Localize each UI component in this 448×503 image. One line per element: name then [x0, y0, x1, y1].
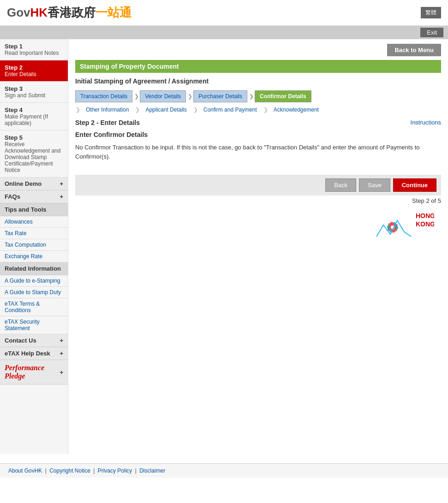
etax-help-label: eTAX Help Desk [5, 350, 50, 357]
sub-tab-applicant-details[interactable]: Applicant Details [140, 104, 191, 115]
main-content: Back to Menu Stamping of Property Docume… [68, 39, 448, 249]
message-text: No Confirmor Transaction to be input. If… [75, 143, 441, 161]
sub-tab-row: ❯ Other Information ❯ Applicant Details … [75, 104, 441, 115]
faqs-label: FAQs [5, 193, 20, 200]
sidebar-link-etax-terms[interactable]: eTAX Terms & Conditions [0, 298, 68, 316]
topbar: Exit [0, 26, 448, 39]
sidebar-step-5[interactable]: Step 5 Receive Acknowledgement and Downl… [0, 130, 68, 178]
logo-hk: HK [30, 6, 48, 19]
step-indicator: Step 2 of 5 [75, 197, 441, 204]
step1-desc: Read Important Notes [5, 50, 63, 56]
sidebar-link-etax-security[interactable]: eTAX Security Statement [0, 316, 68, 334]
continue-button[interactable]: Continue [393, 178, 436, 192]
page-title-bar: Stamping of Property Document [75, 60, 441, 73]
step3-desc: Sign and Submit [5, 92, 63, 99]
etax-help-icon: + [60, 350, 63, 357]
footer-disclaimer[interactable]: Disclaimer [139, 467, 165, 474]
step3-num: Step 3 [5, 85, 63, 92]
page-title: Stamping of Property Document [80, 63, 179, 70]
performance-pledge-label: Performance Pledge [5, 364, 60, 380]
header: GovHK香港政府一站通 繁體 [0, 0, 448, 26]
instructions-link[interactable]: Instructions [411, 119, 441, 126]
logo-chinese: 香港政府 [48, 6, 96, 19]
tips-label: Tips and Tools [5, 206, 47, 213]
button-row: Back Save Continue [75, 175, 441, 195]
layout: Step 1 Read Important Notes Step 2 Enter… [0, 39, 448, 454]
footer-privacy[interactable]: Privacy Policy [98, 467, 132, 474]
logo-highlight: 一站通 [96, 6, 131, 19]
tab-arrow-1: ❯ [134, 93, 139, 100]
tab-confirmor-details[interactable]: Confirmor Details [255, 90, 311, 102]
contact-us-icon: + [60, 337, 63, 344]
hk-logo-area: HONG KONG [75, 204, 441, 245]
step5-num: Step 5 [5, 134, 63, 141]
step4-desc: Make Payment (If applicable) [5, 113, 63, 126]
tab-vendor-details[interactable]: Vendor Details [140, 90, 186, 102]
footer-copyright[interactable]: Copyright Notice [49, 467, 90, 474]
step2-num: Step 2 [5, 64, 63, 71]
tab-arrow-3: ❯ [249, 93, 254, 100]
sidebar-link-guide-estamping[interactable]: A Guide to e-Stamping [0, 275, 68, 287]
sidebar-link-exchange-rate[interactable]: Exchange Rate [0, 251, 68, 262]
faqs-icon: + [60, 193, 63, 200]
sub-tab-confirm-payment[interactable]: Confirm and Payment [198, 104, 262, 115]
hk-brand-logo: HONG KONG [374, 209, 434, 239]
online-demo-icon: + [60, 180, 63, 187]
step4-num: Step 4 [5, 107, 63, 113]
sub-title: Initial Stamping of Agreement / Assignme… [75, 75, 441, 88]
online-demo-label: Online Demo [5, 180, 42, 187]
sidebar-link-guide-stamp-duty[interactable]: A Guide to Stamp Duty [0, 287, 68, 298]
tab-arrow-2: ❯ [188, 93, 192, 100]
sidebar-link-tax-rate[interactable]: Tax Rate [0, 228, 68, 239]
contact-us-label: Contact Us [5, 337, 36, 344]
tab-purchaser-details[interactable]: Purchaser Details [193, 90, 247, 102]
back-to-menu-row: Back to Menu [75, 44, 441, 56]
exit-button[interactable]: Exit [420, 28, 443, 37]
sidebar-step-3[interactable]: Step 3 Sign and Submit [0, 82, 68, 103]
sidebar-etax-help[interactable]: eTAX Help Desk + [0, 347, 68, 360]
step5-desc: Receive Acknowledgement and Download Sta… [5, 141, 63, 173]
sidebar-step-4[interactable]: Step 4 Make Payment (If applicable) [0, 103, 68, 130]
sidebar-contact-us[interactable]: Contact Us + [0, 334, 68, 347]
enter-confirmor-title: Enter Confirmor Details [75, 131, 441, 138]
step2-title: Step 2 - Enter Details [75, 119, 441, 126]
sidebar-related-header: Related Information [0, 262, 68, 275]
svg-text:KONG: KONG [416, 220, 434, 228]
footer: About GovHK | Copyright Notice | Privacy… [0, 463, 448, 478]
sub-tab-arrow-0: ❯ [76, 107, 80, 113]
back-to-menu-button[interactable]: Back to Menu [387, 44, 441, 56]
logo-text: GovHK香港政府一站通 [7, 6, 131, 19]
logo: GovHK香港政府一站通 [7, 5, 131, 21]
sidebar-step-1[interactable]: Step 1 Read Important Notes [0, 39, 68, 60]
svg-text:HONG: HONG [416, 212, 434, 219]
save-button[interactable]: Save [359, 178, 390, 192]
sidebar-link-allowances[interactable]: Allowances [0, 216, 68, 228]
related-label: Related Information [5, 265, 61, 272]
sidebar-performance-pledge[interactable]: Performance Pledge + [0, 360, 68, 385]
sub-tab-arrow-3: ❯ [263, 107, 268, 113]
sub-tab-arrow-1: ❯ [135, 107, 140, 113]
sub-tab-arrow-2: ❯ [193, 107, 198, 113]
sidebar-link-tax-computation[interactable]: Tax Computation [0, 239, 68, 251]
lang-button[interactable]: 繁體 [421, 7, 441, 18]
sidebar-online-demo[interactable]: Online Demo + [0, 178, 68, 190]
performance-pledge-icon: + [60, 369, 63, 376]
sub-tab-other-information[interactable]: Other Information [81, 104, 134, 115]
sidebar-tips-header: Tips and Tools [0, 203, 68, 216]
sidebar: Step 1 Read Important Notes Step 2 Enter… [0, 39, 68, 454]
step2-desc: Enter Details [5, 71, 63, 77]
tab-row: Transaction Details ❯ Vendor Details ❯ P… [75, 90, 441, 102]
tab-transaction-details[interactable]: Transaction Details [75, 90, 132, 102]
sub-tab-acknowledgement[interactable]: Acknowledgement [269, 104, 324, 115]
sidebar-faqs[interactable]: FAQs + [0, 190, 68, 203]
sidebar-step-2[interactable]: Step 2 Enter Details [0, 60, 68, 82]
step1-num: Step 1 [5, 43, 63, 50]
back-button[interactable]: Back [325, 178, 356, 192]
footer-about[interactable]: About GovHK [8, 467, 42, 474]
